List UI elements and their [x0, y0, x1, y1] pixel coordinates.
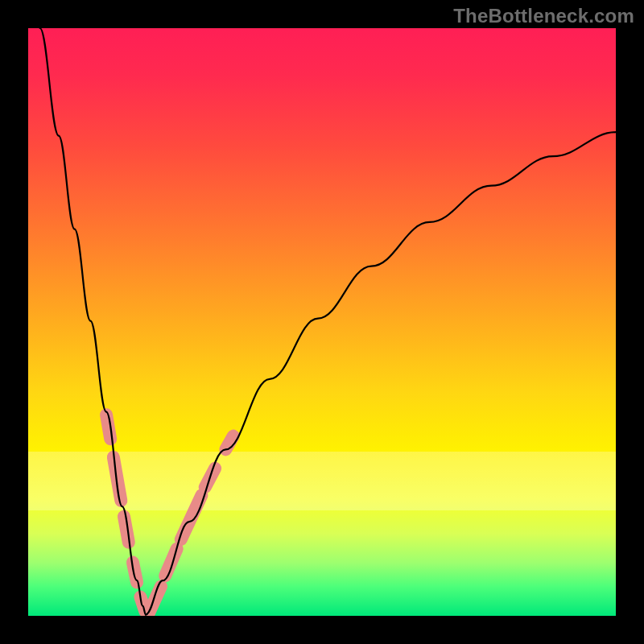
- watermark-text: TheBottleneck.com: [453, 5, 634, 27]
- curve-right-branch: [146, 132, 616, 614]
- chart-frame: TheBottleneck.com: [0, 0, 644, 644]
- curve-layer: [28, 28, 616, 616]
- bead-marker: [181, 495, 202, 539]
